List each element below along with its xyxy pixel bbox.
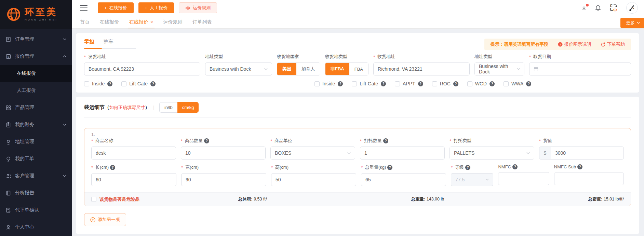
help-icon[interactable]: ? xyxy=(387,165,392,170)
tab-rate-rules[interactable]: 运价规则 xyxy=(163,16,183,28)
quote-guide-link[interactable]: i 报价图示说明 xyxy=(558,41,591,47)
help-icon[interactable]: ? xyxy=(526,81,531,86)
length-input[interactable] xyxy=(96,177,172,182)
brand-logo: 环至美 HUAN ZHI MEI xyxy=(0,0,72,29)
sidebar-item-customers[interactable]: 客户管理 xyxy=(0,167,72,184)
sidebar-item-quotes[interactable]: $ 报价管理 xyxy=(0,48,72,65)
more-button[interactable]: 更多 xyxy=(620,18,644,28)
pallet-qty-field: 打托数量? xyxy=(360,138,445,159)
help-icon[interactable]: ? xyxy=(204,138,209,143)
unit-toggle: in/lb cm/kg xyxy=(159,102,199,113)
dest-type-fba[interactable]: FBA xyxy=(349,63,368,75)
help-icon[interactable]: ? xyxy=(338,81,343,86)
product-unit-select[interactable]: BOXES xyxy=(270,147,355,159)
tab-home[interactable]: 首页 xyxy=(80,16,90,28)
nmfc-field: NMFC? xyxy=(498,164,549,186)
plus-icon: + xyxy=(104,5,107,11)
chevron-down-icon xyxy=(63,38,66,40)
help-icon[interactable]: ? xyxy=(107,81,112,86)
sidebar-item-label: 客户管理 xyxy=(15,173,34,179)
dimension-help-link[interactable]: 如何正确填写尺寸 xyxy=(109,105,145,111)
help-icon[interactable]: ? xyxy=(512,164,518,169)
width-input[interactable] xyxy=(186,177,262,182)
help-icon[interactable]: ? xyxy=(577,164,582,169)
tab-ftl[interactable]: 整车 xyxy=(103,39,113,45)
rate-rules-button[interactable]: 运价规则 xyxy=(179,2,217,13)
tab-ltl[interactable]: 零担 xyxy=(84,39,94,45)
sidebar-item-addresses[interactable]: 地址管理 xyxy=(0,133,72,150)
height-input[interactable] xyxy=(276,177,352,182)
dest-country-canada[interactable]: 加拿大 xyxy=(296,63,320,75)
pickup-date-input[interactable] xyxy=(529,63,631,75)
customers-icon xyxy=(5,173,11,179)
cargo-value-input[interactable] xyxy=(551,150,623,156)
sidebar-item-online-quote[interactable]: 在线报价 xyxy=(0,65,72,82)
menu-collapse-icon[interactable] xyxy=(80,5,88,11)
checkbox[interactable] xyxy=(504,81,509,86)
help-icon[interactable]: ? xyxy=(150,81,156,86)
info-icon: i xyxy=(558,42,563,47)
tab-bar: 首页 在线报价 在线报价 × 运价规则 订单列表 更多 xyxy=(72,16,644,29)
freight-class-select[interactable]: 77.5 xyxy=(451,173,494,186)
checkbox[interactable] xyxy=(352,81,357,86)
pallet-qty-input[interactable] xyxy=(364,150,440,156)
order-help-link[interactable]: 下单帮助 xyxy=(601,41,625,47)
sidebar-item-orders[interactable]: 订单管理 xyxy=(0,31,72,48)
pallet-type-select[interactable]: PALLETS xyxy=(450,147,534,159)
help-icon[interactable]: ? xyxy=(453,81,458,86)
help-icon[interactable]: ? xyxy=(110,165,115,170)
origin-address-input[interactable] xyxy=(89,66,196,72)
help-icon[interactable]: ? xyxy=(489,81,495,86)
help-icon[interactable]: ? xyxy=(381,81,386,86)
sidebar-item-products[interactable]: 产品管理 xyxy=(0,99,72,116)
unit-cmkg[interactable]: cm/kg xyxy=(177,102,199,113)
close-icon[interactable]: × xyxy=(150,19,153,25)
nmfc-input[interactable] xyxy=(502,176,545,181)
unit-inlb[interactable]: in/lb xyxy=(159,102,177,113)
bell-icon[interactable] xyxy=(595,5,601,11)
sidebar-item-profile[interactable]: 个人中心 xyxy=(0,219,72,236)
sidebar-item-manual-quote[interactable]: 人工报价 xyxy=(0,82,72,99)
tab-order-list[interactable]: 订单列表 xyxy=(193,16,212,28)
address-card: 零担 整车 提示：请用英语填写所有字段 i 报价图示说明 下 xyxy=(76,33,639,93)
nmfc-sub-input[interactable] xyxy=(559,176,619,181)
new-manual-quote-button[interactable]: + 人工报价 xyxy=(138,2,174,13)
dest-type-field: 收货地类型 非FBA FBA xyxy=(325,54,368,75)
dest-address-input[interactable] xyxy=(378,66,465,72)
checkbox[interactable] xyxy=(121,81,126,86)
tab-online-quote-1[interactable]: 在线报价 xyxy=(100,16,119,28)
total-weight: 总重量: 143.00 lb xyxy=(411,196,444,202)
total-weight-input[interactable] xyxy=(365,177,442,182)
sidebar-item-order-confirm[interactable]: 代下单确认 xyxy=(0,202,72,219)
add-item-button[interactable]: 添加另一项 xyxy=(84,213,126,226)
calendar-icon xyxy=(534,67,538,71)
dest-service-appt: APPT ? xyxy=(395,81,423,86)
checkbox[interactable] xyxy=(395,81,400,86)
help-icon[interactable]: ? xyxy=(418,81,423,86)
sidebar-item-label: 人工报价 xyxy=(17,87,36,94)
product-qty-input[interactable] xyxy=(185,150,261,156)
hazard-checkbox-row: 该货物是否是危险品 xyxy=(91,196,238,203)
new-online-quote-button[interactable]: + 在线报价 xyxy=(98,2,134,13)
chevron-down-icon xyxy=(63,175,66,177)
sidebar-item-reports[interactable]: 分析报告 xyxy=(0,184,72,202)
checkbox[interactable] xyxy=(432,81,437,86)
notification-dot xyxy=(586,4,589,6)
translate-icon[interactable]: E 中 xyxy=(609,4,618,12)
hazard-checkbox[interactable] xyxy=(91,197,96,202)
help-icon[interactable]: ? xyxy=(383,138,388,143)
help-icon[interactable]: ? xyxy=(465,165,470,170)
dest-type-nonfba[interactable]: 非FBA xyxy=(325,63,349,75)
download-icon[interactable] xyxy=(581,5,587,11)
tab-online-quote-2-active[interactable]: 在线报价 × xyxy=(129,16,153,28)
sidebar-item-tickets[interactable]: 我的工单 xyxy=(0,150,72,167)
dest-country-us[interactable]: 美国 xyxy=(277,63,296,75)
sidebar-item-finance[interactable]: 我的财务 xyxy=(0,116,72,133)
avatar[interactable] xyxy=(626,2,638,14)
checkbox[interactable] xyxy=(467,81,472,86)
product-name-input[interactable] xyxy=(96,150,172,156)
dest-address-type-select[interactable]: Business with Dock xyxy=(474,63,524,75)
checkbox[interactable] xyxy=(314,81,320,86)
checkbox[interactable] xyxy=(84,81,89,86)
origin-address-type-select[interactable]: Business with Dock xyxy=(205,63,272,75)
